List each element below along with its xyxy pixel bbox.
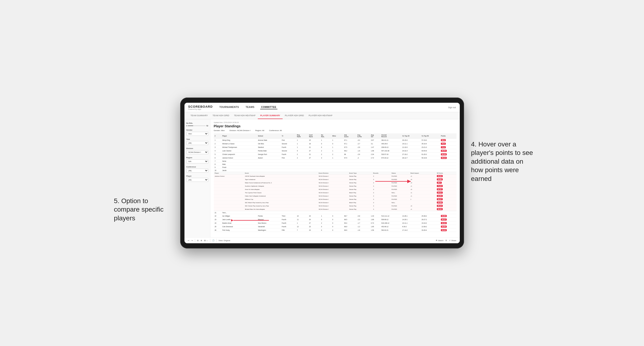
player-select[interactable]: (All) [186, 178, 208, 182]
col-num: # [214, 134, 222, 138]
filter-conference-value: All [280, 129, 282, 132]
tooltip-data-row: Williams CupNCAA Division IStroke Play3P… [214, 198, 456, 201]
gender-select[interactable]: Men Women [186, 132, 208, 136]
year-label: Year [186, 138, 208, 140]
points-badge[interactable]: 38.49 [441, 229, 446, 231]
tooltip-data-row: SEC Match Play hosted by Jerry PateNCAA … [214, 201, 456, 204]
conference-select[interactable]: (All) [186, 169, 208, 173]
toolbar-sep3 [216, 239, 217, 242]
points-badge[interactable]: 60.49 [441, 153, 446, 156]
tooltip-data-row: Southern Highlands CollegiateNCAA Divisi… [214, 184, 456, 188]
points-badge[interactable]: 68.54 [441, 150, 446, 152]
table-row[interactable]: 21Tech... [214, 211, 456, 214]
table-row[interactable]: 9Presti [214, 166, 456, 169]
col-record: OverallRecord [380, 134, 401, 138]
annotation-right-text: 4. Hover over a player's points to see a… [471, 141, 533, 182]
arrow-left-svg [231, 217, 269, 224]
region-label: Region [186, 157, 208, 159]
col-vs-top50: Vs Top 50 [421, 134, 440, 138]
tooltip-data-row: Jackson KoivunUNCW Seahawk Intercollegia… [214, 174, 456, 178]
filter-region-value: All [262, 129, 264, 132]
table-row[interactable]: 2Michael Le SassoOle MissSecond1180067.1… [214, 142, 456, 146]
nav-committee[interactable]: COMMITTEE [260, 105, 278, 109]
watch-btn[interactable]: 👁 Watch [436, 239, 444, 242]
table-row[interactable]: 10Jacob [214, 169, 456, 172]
copy-btn[interactable]: ⊕ [200, 239, 202, 242]
sub-nav-player-h2h-heatmap[interactable]: PLAYER H2H HEATMAP [306, 112, 335, 119]
sign-out-link[interactable]: Sign out [448, 106, 456, 109]
sub-nav: TEAM SUMMARY TEAM H2H GRID TEAM H2H HEAT… [184, 112, 460, 119]
watch-label: Watch [438, 239, 444, 242]
player-label: Player [186, 175, 208, 177]
filter-row: Gender: Men Division: NCAA Division I Re… [214, 129, 456, 132]
dash-btn[interactable]: ⊞ — [204, 239, 208, 242]
sidebar-division: Division NCAA Division I [186, 147, 208, 154]
col-player: Player [221, 134, 257, 138]
nav-teams[interactable]: TEAMS [245, 105, 256, 109]
clock-btn[interactable]: 🕐 [212, 239, 214, 242]
division-select[interactable]: NCAA Division I [186, 150, 208, 154]
logo-text: SCOREBOARD [188, 105, 213, 108]
download-btn[interactable]: ⬇ [445, 239, 447, 242]
sidebar-year: Year (All) [186, 138, 208, 145]
toolbar-sep2 [210, 239, 210, 242]
col-yr: Yr [281, 134, 296, 138]
nav-tournaments[interactable]: TOURNAMENTS [218, 105, 240, 109]
table-row[interactable]: 4Luke ClantonFlorida StateSecond5272168.… [214, 149, 456, 153]
tablet-screen: SCOREBOARD Powered by clippi TOURNAMENTS… [184, 103, 460, 243]
sub-nav-player-summary[interactable]: PLAYER SUMMARY [258, 112, 282, 119]
main-nav: TOURNAMENTS TEAMS COMMITTEE [218, 105, 448, 109]
filter-region: Region: All [255, 129, 264, 132]
sub-nav-player-h2h-grid[interactable]: PLAYER H2H GRID [282, 112, 306, 119]
sidebar-conference: Conference (All) [186, 166, 208, 173]
table-row[interactable]: 5Christo LamprechtGeorgia TechFourth2212… [214, 153, 456, 156]
undo-btn[interactable]: ↩ [188, 239, 190, 242]
sub-nav-team-h2h-heatmap[interactable]: TEAM H2H HEATMAP [232, 112, 258, 119]
col-no-rds: NoRds. [320, 134, 331, 138]
bottom-toolbar: ↩ ↪ ⊟ ⊕ ⊞ — 🕐 View: Original 👁 Watch ⬇ [184, 237, 460, 243]
points-badge[interactable]: 88.2 [441, 139, 446, 141]
sub-nav-team-h2h-grid[interactable]: TEAM H2H GRID [210, 112, 232, 119]
no-rds-slider[interactable] [188, 125, 206, 126]
filter-conference: Conference: All [269, 129, 282, 132]
annotation-right: 4. Hover over a player's points to see a… [471, 140, 537, 183]
tooltip-data-row: Mirabel Maui Jim IntercollegiateNCAA Div… [214, 208, 456, 211]
division-label: Division [186, 147, 208, 150]
table-row[interactable]: 25Cole SherwoodVanderbiltFourth12230068.… [214, 225, 456, 228]
annotation-left: 5. Option to compare specific players [114, 197, 176, 222]
points-badge[interactable]: 76.3 [441, 143, 446, 145]
conference-label: Conference [186, 166, 208, 168]
table-row[interactable]: 6Jackson KoivunAuburnFirst2273167.5-22.7… [214, 156, 456, 160]
points-badge[interactable]: 38.95 [441, 226, 446, 228]
col-reg-rank: RegRank [296, 134, 308, 138]
share-btn[interactable]: ↗ Share [449, 239, 456, 242]
points-badge[interactable]: 40.27 [441, 218, 446, 221]
logo-area: SCOREBOARD Powered by clippi [188, 105, 213, 110]
table-row[interactable]: 7Niche [214, 160, 456, 163]
points-badge[interactable]: 72.2 [441, 146, 446, 148]
region-select[interactable]: N/A [186, 160, 208, 164]
points-badge[interactable]: 58.18 [441, 157, 446, 159]
tooltip-data-row: Wake Forest Invitational at Pinehurst No… [214, 181, 456, 184]
tooltip-data-row: SEC Stroke Play hosted by Jerry PateNCAA… [214, 204, 456, 208]
filter-conference-label: Conference: [269, 129, 279, 132]
table-header-row: # Player School Yr RegRank ConfRank NoRd… [214, 134, 456, 138]
tooltip-data-row: The Cypress Point ClassicNCAA Division I… [214, 191, 456, 194]
redo-btn[interactable]: ↪ [191, 239, 193, 242]
points-badge[interactable]: 48.68 [441, 215, 446, 217]
table-row[interactable]: 8Mats [214, 163, 456, 166]
table-row[interactable]: 1Wenyi DingArizona StateFirst1151167.1-3… [214, 138, 456, 142]
filter-btn[interactable]: ⊟ [197, 239, 199, 242]
sub-nav-team-summary[interactable]: TEAM SUMMARY [188, 112, 210, 119]
view-label: View: Original [218, 239, 230, 242]
col-avg-sg: AvgSG [370, 134, 380, 138]
view-btn[interactable]: View: Original [218, 239, 230, 242]
points-badge[interactable]: 40.02 [441, 222, 446, 224]
filter-region-label: Region: [255, 129, 262, 132]
filter-division: Division: NCAA Division I [230, 129, 250, 132]
year-select[interactable]: (All) [186, 141, 208, 145]
table-row[interactable]: 26Petr HrubyWashingtonFifth7230068.6-1.8… [214, 228, 456, 232]
col-avg-par: Avgto-Par [356, 134, 370, 138]
table-row[interactable]: 3Michael ThorbjornsenStanfordFourth12101… [214, 146, 456, 149]
no-rds-label: No Rds. [186, 122, 208, 124]
